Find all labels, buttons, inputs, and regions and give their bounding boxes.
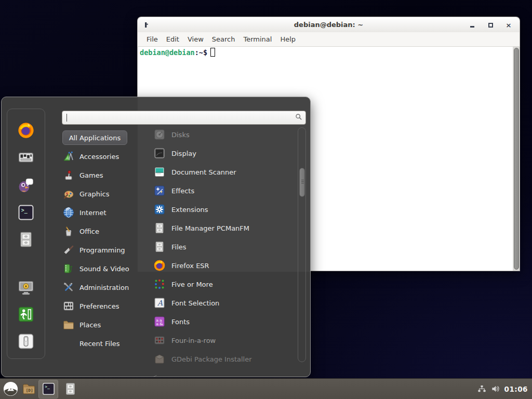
category-games[interactable]: Games <box>62 166 138 184</box>
accessories-icon <box>62 150 75 163</box>
terminal-cursor <box>210 48 215 57</box>
terminal-scrollbar[interactable] <box>513 47 520 271</box>
app-font-selection[interactable]: AFont Selection <box>138 294 297 312</box>
games-icon <box>62 169 75 181</box>
favorite-keyboard-settings[interactable] <box>16 148 36 167</box>
svg-text:a &: a & <box>156 322 164 326</box>
app-document-scanner[interactable]: Document Scanner <box>138 163 297 181</box>
terminal-menubar: FileEditViewSearchTerminalHelp <box>137 32 520 47</box>
application-list: DisksDisplayDocument ScannerEffectsExten… <box>138 125 297 364</box>
display-icon <box>153 147 166 159</box>
categories-column: All Applications AccessoriesGamesGraphic… <box>62 130 138 353</box>
wallpaper-swoosh-line <box>115 375 157 377</box>
category-accessories[interactable]: Accessories <box>62 147 138 166</box>
file-manager-launcher[interactable]: [D] <box>20 380 37 398</box>
session-lock-screen[interactable] <box>16 277 36 297</box>
category-office[interactable]: Office <box>62 222 138 241</box>
terminal-menu-edit[interactable]: Edit <box>162 32 183 46</box>
application-menu: >_ All Applications AccessoriesGamesGrap… <box>1 97 311 377</box>
fiveormore-icon <box>153 278 166 290</box>
category-sound-video[interactable]: Sound & Video <box>62 259 138 278</box>
volume-icon[interactable] <box>491 384 500 393</box>
terminal-menu-terminal[interactable]: Terminal <box>239 32 276 46</box>
app-extensions[interactable]: Extensions <box>138 200 297 219</box>
terminal-menu-file[interactable]: File <box>142 32 162 46</box>
category-graphics[interactable]: Graphics <box>62 184 138 203</box>
system-tray: 01:06 <box>477 384 532 393</box>
category-internet[interactable]: Internet <box>62 203 138 222</box>
app-files[interactable]: Files <box>138 237 297 256</box>
terminal-scrollbar-thumb[interactable] <box>514 48 519 270</box>
files-window-button[interactable] <box>60 380 80 398</box>
maximize-button[interactable] <box>487 21 494 29</box>
gdebi-icon <box>153 353 166 364</box>
taskbar: [D]>_ 01:06 <box>0 378 532 399</box>
search-box[interactable] <box>62 111 306 125</box>
app-five-or-more[interactable]: Five or More <box>138 275 297 294</box>
session-logout[interactable] <box>16 304 36 324</box>
programming-icon <box>62 244 75 256</box>
network-icon[interactable] <box>477 384 486 393</box>
svg-text:>_: >_ <box>45 384 50 389</box>
app-effects[interactable]: Effects <box>138 181 297 200</box>
favorites-panel: >_ <box>7 109 45 359</box>
graphics-icon <box>62 188 75 200</box>
category-programming[interactable]: Programming <box>62 241 138 259</box>
fourinarow-icon <box>153 334 166 347</box>
places-icon <box>62 318 75 331</box>
firefox-icon <box>153 259 166 272</box>
search-icon <box>295 113 302 123</box>
cabinet-icon <box>153 222 166 234</box>
favorite-file-manager[interactable] <box>16 230 36 249</box>
app-fonts[interactable]: a aa &Fonts <box>138 312 297 331</box>
category-places[interactable]: Places <box>62 315 138 334</box>
clock[interactable]: 01:06 <box>504 385 528 393</box>
svg-text:[D]: [D] <box>25 388 33 393</box>
terminal-menu-help[interactable]: Help <box>276 32 300 46</box>
app-display[interactable]: Display <box>138 144 297 163</box>
effects-icon <box>153 184 166 197</box>
terminal-menu-search[interactable]: Search <box>208 32 240 46</box>
extensions-icon <box>153 203 166 216</box>
scrollbar-grip <box>301 180 304 184</box>
soundvideo-icon <box>62 262 75 275</box>
terminal-window-button[interactable]: >_ <box>38 380 58 398</box>
category-preferences[interactable]: Preferences <box>62 297 138 315</box>
fonts-icon: a aa & <box>153 315 166 328</box>
terminal-menu-view[interactable]: View <box>183 32 208 46</box>
search-input[interactable] <box>67 114 295 122</box>
favorite-pidgin[interactable] <box>16 175 36 195</box>
app-firefox-esr[interactable]: Firefox ESR <box>138 256 297 275</box>
disks-icon <box>153 128 166 141</box>
menu-button[interactable] <box>1 380 20 398</box>
administration-icon <box>62 281 75 294</box>
preferences-icon <box>62 300 75 312</box>
scanner-icon <box>153 166 166 178</box>
cabinet-icon <box>153 241 166 253</box>
fontsel-icon: A <box>153 297 166 309</box>
office-icon <box>62 225 75 237</box>
favorite-terminal[interactable]: >_ <box>16 203 36 222</box>
desktop: debian@debian: ~ × FileEditViewSearchTer… <box>0 0 532 399</box>
internet-icon <box>62 206 75 219</box>
session-shutdown[interactable] <box>16 331 36 351</box>
terminal-titlebar[interactable]: debian@debian: ~ × <box>137 17 520 32</box>
close-button[interactable]: × <box>505 21 512 29</box>
svg-text:>_: >_ <box>21 207 28 214</box>
app-gdebi-package-installer[interactable]: GDebi Package Installer <box>138 350 297 364</box>
terminal-prompt: debian@debian:~$ <box>140 48 215 57</box>
all-applications-button[interactable]: All Applications <box>62 130 127 145</box>
menu-scrollbar-thumb[interactable] <box>299 168 305 197</box>
favorite-firefox[interactable] <box>16 121 36 140</box>
app-four-in-a-row[interactable]: Four-in-a-row <box>138 331 297 350</box>
minimize-button[interactable] <box>469 21 476 29</box>
category-administration[interactable]: Administration <box>62 278 138 297</box>
menu-scrollbar-track[interactable] <box>298 127 306 362</box>
window-title: debian@debian: ~ <box>138 21 520 29</box>
category-recent-files[interactable]: Recent Files <box>62 334 138 353</box>
app-file-manager-pcmanfm[interactable]: File Manager PCManFM <box>138 219 297 237</box>
app-disks[interactable]: Disks <box>138 125 297 144</box>
svg-text:A: A <box>157 299 163 307</box>
